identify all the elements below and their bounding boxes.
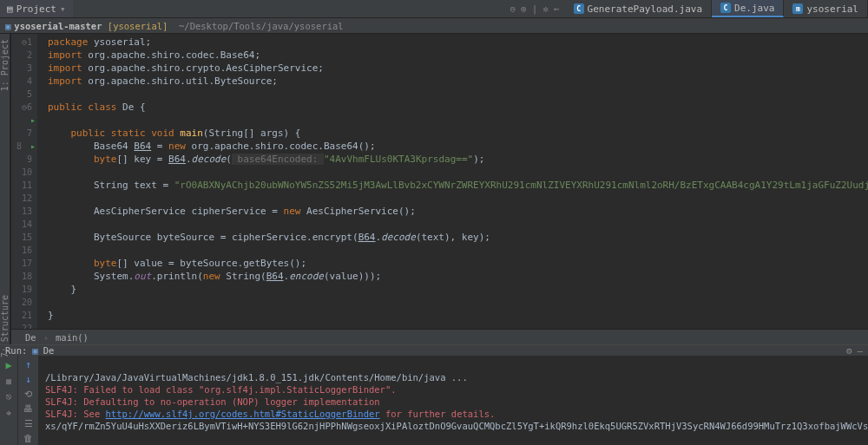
- run-err-3c: for further details.: [380, 409, 496, 419]
- project-tool-label: Project: [16, 3, 56, 15]
- gutter-line: 14: [11, 218, 32, 231]
- run-err-2: SLF4J: Defaulting to no-operation (NOP) …: [45, 396, 380, 407]
- editor-pane: ⊖ 12345⊖ 6 ▸78 ▸910111213141516171819202…: [11, 34, 868, 344]
- gutter-line: 11: [11, 179, 32, 192]
- run-panel: Run: ▣ De ⚙ — ▶ ■ ⎋ ⌖ ↑ ↓ ⟲ 🖶 ☰ 🗑 /Libra…: [0, 344, 868, 445]
- expand-icon[interactable]: ⊕: [521, 3, 527, 15]
- run-toolbar-2: ↑ ↓ ⟲ 🖶 ☰ 🗑: [17, 356, 38, 445]
- wheel-icon[interactable]: ✲: [542, 3, 549, 15]
- run-cmd: /Library/Java/JavaVirtualMachines/jdk1.8…: [45, 372, 468, 383]
- file-icon: C: [720, 3, 731, 13]
- bc-class[interactable]: De: [25, 332, 36, 343]
- gutter-line: 10: [11, 166, 32, 179]
- tab-generatepayload-java[interactable]: CGeneratePayload.java: [565, 0, 712, 17]
- down-icon[interactable]: ↓: [25, 374, 31, 385]
- gutter-line: 18: [11, 270, 32, 283]
- module-icon: ▣: [5, 21, 10, 31]
- wrap-icon[interactable]: ⟲: [24, 389, 32, 400]
- run-err-link[interactable]: http://www.slf4j.org/codes.html#StaticLo…: [106, 409, 380, 419]
- left-stripe-lower: 7: Structure: [0, 295, 17, 360]
- run-output[interactable]: /Library/Java/JavaVirtualMachines/jdk1.8…: [38, 356, 868, 445]
- crumb-branch: [ysoserial]: [108, 21, 168, 31]
- project-tool-tab[interactable]: ▤ Project ▾: [0, 0, 73, 17]
- exit-icon[interactable]: ⎋: [6, 391, 12, 402]
- run-stdout: xs/qYF/rmZn5YuU4uHsXXDeriz6LBymVTiwH+NYS…: [45, 421, 868, 431]
- project-breadcrumb: ▣ ysoserial-master [ysoserial] ~/Desktop…: [0, 18, 868, 34]
- gutter-line: 3: [11, 62, 32, 75]
- run-config[interactable]: De: [43, 345, 55, 356]
- crumb-root: ysoserial-master: [14, 21, 102, 31]
- hide-icon[interactable]: ←: [554, 3, 560, 15]
- gutter-line: 17: [11, 257, 32, 270]
- print-icon[interactable]: 🖶: [23, 403, 33, 415]
- gutter: ⊖ 12345⊖ 6 ▸78 ▸910111213141516171819202…: [11, 34, 37, 329]
- rerun-icon[interactable]: ▶: [5, 359, 11, 371]
- run-config-icon: ▣: [32, 345, 37, 356]
- project-icon: ▤: [7, 3, 13, 15]
- tab-label: De.java: [734, 3, 774, 14]
- gutter-line: 9: [11, 153, 32, 166]
- divider-icon: |: [532, 3, 538, 15]
- file-icon: C: [574, 3, 584, 14]
- run-err-1: SLF4J: Failed to load class "org.slf4j.i…: [45, 384, 397, 395]
- tab-ysoserial[interactable]: mysoserial: [784, 0, 868, 17]
- gutter-line: ⊖ 1: [11, 36, 32, 49]
- run-err-3a: SLF4J: See: [45, 409, 106, 419]
- up-icon[interactable]: ↑: [25, 359, 31, 370]
- crumb-path: ~/Desktop/Tools/java/ysoserial: [179, 21, 344, 31]
- tab-label: ysoserial: [806, 3, 858, 15]
- gutter-line: 4: [11, 75, 32, 88]
- side-structure-btn[interactable]: 7: Structure: [0, 295, 10, 357]
- tab-de-java[interactable]: CDe.java: [712, 0, 784, 17]
- gutter-line: 13: [11, 205, 32, 218]
- collapse-icon[interactable]: ⊖: [510, 3, 516, 15]
- file-icon: m: [792, 3, 803, 14]
- gutter-line: 19: [11, 283, 32, 296]
- tab-label: GeneratePayload.java: [588, 3, 702, 15]
- editor-tabs: ▤ Project ▾ ⊖ ⊕ | ✲ ← CGeneratePayload.j…: [0, 0, 868, 18]
- bc-method[interactable]: main(): [56, 332, 89, 343]
- filter-icon[interactable]: ☰: [24, 418, 33, 429]
- gutter-line: 8 ▸: [11, 140, 32, 153]
- editor-breadcrumb: De › main(): [11, 329, 868, 344]
- gutter-line: 5: [11, 88, 32, 101]
- stop-icon[interactable]: ■: [6, 376, 11, 386]
- side-project-btn[interactable]: 1: Project: [0, 39, 10, 91]
- minimize-icon[interactable]: —: [858, 345, 863, 356]
- gear-icon[interactable]: ⚙: [846, 345, 852, 356]
- gutter-line: 16: [11, 244, 32, 257]
- code-area[interactable]: package ysoserial; import org.apache.shi…: [37, 34, 868, 329]
- gutter-line: 7: [11, 127, 32, 140]
- run-toolbar-1: ▶ ■ ⎋ ⌖: [0, 356, 17, 445]
- trash-icon[interactable]: 🗑: [23, 433, 33, 444]
- gutter-line: 15: [11, 231, 32, 244]
- gutter-line: 12: [11, 192, 32, 205]
- mark-icon[interactable]: ⌖: [6, 408, 11, 419]
- gutter-line: 2: [11, 49, 32, 62]
- gutter-line: ⊖ 6 ▸: [11, 101, 32, 127]
